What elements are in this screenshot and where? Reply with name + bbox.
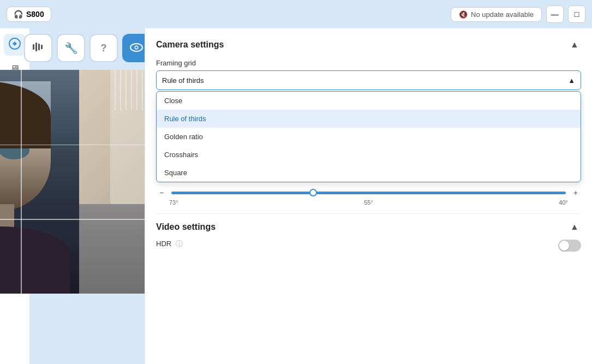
svg-rect-1 [33,44,34,50]
dropdown-item-golden-ratio[interactable]: Golden ratio [157,128,581,146]
dropdown-item-crosshairs[interactable]: Crosshairs [157,146,581,164]
divider [156,213,581,214]
help-button[interactable]: ? [89,34,118,62]
logo-icon [9,38,21,52]
dropdown-item-close[interactable]: Close [157,92,581,110]
minimize-icon: — [551,10,559,19]
zoom-slider-area: − + 73° 55° 40° [156,188,581,206]
maximize-button[interactable]: □ [568,5,585,23]
wrench-icon: 🔧 [64,41,78,55]
sidebar-item-logo[interactable] [4,34,26,56]
zoom-minus-icon: − [156,188,167,197]
hdr-label: HDR ⓘ [156,239,183,249]
face-area [0,70,79,294]
eye-icon [130,42,143,55]
hdr-toggle-knob [559,241,569,250]
chevron-up-icon: ▲ [568,76,575,85]
audio-button[interactable] [24,34,52,62]
svg-point-7 [135,46,137,49]
app-title-label: S800 [26,10,44,19]
hdr-info-icon[interactable]: ⓘ [176,240,183,248]
zoom-label-73: 73° [169,199,178,206]
zoom-label-55: 55° [364,199,373,206]
video-settings-header: Video settings ▲ [156,220,581,234]
minimize-button[interactable]: — [546,5,564,23]
framing-grid-dropdown[interactable]: Rule of thirds ▲ Close Rule of thirds Go… [156,70,581,90]
help-icon: ? [101,43,107,54]
audio-icon [32,42,44,55]
framing-grid-label: Framing grid [156,59,581,67]
camera-settings-title: Camera settings [156,40,224,50]
camera-settings-section: Camera settings ▲ Framing grid Rule of t… [156,38,581,206]
topbar-right: 🔇 No update available — □ [451,5,585,23]
no-update-label: No update available [471,10,534,19]
dropdown-list: Close Rule of thirds Golden ratio Crossh… [156,91,581,182]
wrench-button[interactable]: 🔧 [57,34,85,62]
speaker-icon: 🔇 [459,10,468,19]
app-emoji: 🎧 [14,10,23,19]
camera-settings-collapse[interactable]: ▲ [568,38,581,51]
zoom-slider-row: − + [156,188,581,197]
dropdown-selected[interactable]: Rule of thirds ▲ [156,70,581,90]
no-update-button[interactable]: 🔇 No update available [451,7,542,22]
svg-rect-4 [41,45,43,49]
zoom-slider-thumb[interactable] [309,189,317,196]
hdr-toggle[interactable] [558,240,581,252]
zoom-labels: 73° 55° 40° [156,199,581,206]
main-area: 🔧 ? [30,28,145,364]
hdr-row: HDR ⓘ [156,239,581,252]
zoom-slider-track[interactable] [171,192,566,194]
app-title-button[interactable]: 🎧 S800 [7,7,51,22]
svg-rect-2 [35,43,37,51]
video-settings-title: Video settings [156,222,216,232]
zoom-label-40: 40° [559,199,568,206]
zoom-plus-icon: + [570,188,581,197]
dropdown-item-square[interactable]: Square [157,164,581,182]
right-panel: Camera settings ▲ Framing grid Rule of t… [145,28,592,364]
toolbar: 🔧 ? [24,34,151,62]
dropdown-selected-text: Rule of thirds [162,76,204,85]
video-settings-collapse[interactable]: ▲ [568,220,581,234]
maximize-icon: □ [575,10,579,19]
svg-rect-3 [38,44,40,50]
topbar: 🎧 S800 🔇 No update available — □ [0,0,592,28]
camera-settings-header: Camera settings ▲ [156,38,581,51]
dropdown-item-rule-of-thirds[interactable]: Rule of thirds [157,110,581,128]
video-settings-section: Video settings ▲ HDR ⓘ [156,220,581,252]
